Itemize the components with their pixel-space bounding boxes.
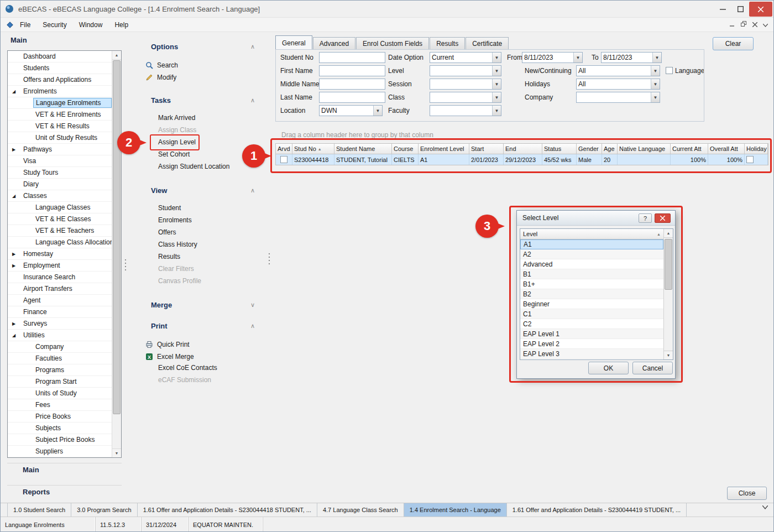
sidebar-item-vet-he-teachers[interactable]: VET & HE Teachers	[8, 225, 112, 237]
sidebar-item-pathways[interactable]: ▶Pathways	[8, 144, 112, 155]
sidebar-item-vet-he-enrolments[interactable]: VET & HE Enrolments	[8, 109, 112, 121]
dialog-close-button[interactable]	[655, 213, 671, 223]
sidebar-item-enrolments[interactable]: ◢Enrolments	[8, 86, 112, 97]
middle-name-input[interactable]	[319, 79, 385, 90]
column-header-gender[interactable]: Gender	[577, 144, 602, 154]
tab-certificate[interactable]: Certificate	[466, 37, 509, 50]
chevron-down-icon[interactable]: ▼	[651, 92, 660, 102]
column-header-start[interactable]: Start	[469, 144, 504, 154]
maximize-button[interactable]	[731, 2, 749, 17]
date-to-select[interactable]: 8/11/2023▼	[601, 52, 662, 63]
column-header-end[interactable]: End	[504, 144, 542, 154]
session-select[interactable]: ▼	[430, 79, 501, 90]
column-header-current-att[interactable]: Current Att	[671, 144, 708, 154]
task-offers[interactable]: Offers	[158, 228, 176, 238]
level-option-c2[interactable]: C2	[520, 319, 663, 329]
dialog-help-button[interactable]: ?	[639, 213, 652, 223]
chevron-down-icon[interactable]: ▼	[651, 79, 660, 89]
sidebar-item-faculties[interactable]: Faculties	[8, 353, 112, 364]
sidebar-group-reports[interactable]: Reports	[7, 485, 122, 498]
level-option-c1[interactable]: C1	[520, 309, 663, 319]
chevron-down-icon[interactable]: ▼	[373, 106, 382, 116]
section-header-print[interactable]: Print∧	[129, 322, 270, 333]
mdi-restore-icon[interactable]	[741, 21, 747, 29]
sidebar-splitter[interactable]	[124, 258, 127, 272]
sidebar-group-main[interactable]: Main	[7, 463, 122, 476]
scroll-up-icon[interactable]: ▲	[112, 51, 121, 60]
holidays-select[interactable]: All▼	[576, 79, 660, 90]
ok-button[interactable]: OK	[588, 362, 629, 374]
sidebar-item-visa[interactable]: Visa	[8, 155, 112, 167]
bottom-tab-1-0-student-search[interactable]: 1.0 Student Search	[7, 503, 71, 517]
tab-advanced[interactable]: Advanced	[313, 37, 355, 50]
scroll-down-icon[interactable]: ▼	[112, 448, 121, 457]
column-header-course[interactable]: Course	[392, 144, 419, 154]
faculty-select[interactable]: ▼	[430, 105, 501, 116]
location-select[interactable]: DWN▼	[319, 105, 383, 116]
task-search[interactable]: Search	[145, 60, 178, 70]
mdi-menu-chevron-icon[interactable]	[763, 21, 768, 29]
class-select[interactable]: ▼	[430, 92, 501, 103]
task-excel-merge[interactable]: XExcel Merge	[145, 352, 194, 362]
level-option-advanced[interactable]: Advanced	[520, 259, 663, 269]
sidebar-item-price-books[interactable]: Price Books	[8, 411, 112, 423]
date-option-select[interactable]: Current▼	[430, 52, 501, 63]
task-student[interactable]: Student	[158, 204, 181, 214]
sidebar-item-company[interactable]: Company	[8, 341, 112, 353]
tab-results[interactable]: Results	[430, 37, 465, 50]
chevron-up-icon[interactable]: ∧	[250, 43, 255, 50]
chevron-down-icon[interactable]: ▼	[492, 79, 501, 89]
sidebar-item-classes[interactable]: ◢Classes	[8, 190, 112, 202]
level-list-scrollbar[interactable]: ▲ ▼	[663, 229, 673, 359]
task-mark-arrived[interactable]: Mark Arrived	[158, 114, 195, 124]
column-header-native-language[interactable]: Native Language	[618, 144, 671, 154]
scroll-up-icon[interactable]: ▲	[664, 229, 673, 238]
chevron-down-icon[interactable]: ▼	[492, 92, 501, 102]
level-select[interactable]: ▼	[430, 65, 501, 76]
column-header-age[interactable]: Age	[602, 144, 618, 154]
section-header-merge[interactable]: Merge∨	[129, 301, 270, 312]
task-assign-student-location[interactable]: Assign Student Location	[158, 163, 229, 173]
sidebar-item-airport-transfers[interactable]: Airport Transfers	[8, 283, 112, 295]
level-option-b1[interactable]: B1+	[520, 279, 663, 289]
bottom-tab-3-0-program-search[interactable]: 3.0 Program Search	[71, 503, 137, 517]
sidebar-item-language-classes[interactable]: Language Classes	[8, 202, 112, 213]
level-option-eap-level-2[interactable]: EAP Level 2	[520, 339, 663, 349]
chevron-up-icon[interactable]: ∧	[250, 187, 255, 194]
scrollbar-thumb[interactable]	[665, 239, 672, 290]
sidebar-item-vet-he-results[interactable]: VET & HE Results	[8, 121, 112, 132]
sidebar-item-unit-of-study-results[interactable]: Unit of Study Results	[8, 132, 112, 144]
first-name-input[interactable]	[319, 65, 385, 76]
grid-row[interactable]: S230044418STUDENT, TutorialCIELTSA12/01/…	[276, 154, 768, 165]
bottom-tab-1-61-offer-and-application-details-s2300[interactable]: 1.61 Offer and Application Details - S23…	[507, 503, 687, 517]
sidebar-item-finance[interactable]: Finance	[8, 306, 112, 318]
sidebar-item-agent[interactable]: Agent	[8, 295, 112, 306]
dialog-title-bar[interactable]: Select Level ?	[517, 211, 675, 226]
sidebar-item-language-class-allocation[interactable]: Language Class Allocation	[8, 237, 112, 248]
column-header-holiday[interactable]: Holiday	[745, 144, 768, 154]
sidebar-item-insurance-search[interactable]: Insurance Search	[8, 272, 112, 283]
sidebar-item-employment[interactable]: ▶Employment	[8, 260, 112, 272]
section-header-view[interactable]: View∧	[129, 186, 270, 197]
level-option-eap-level-3[interactable]: EAP Level 3	[520, 349, 663, 359]
level-option-a1[interactable]: A1	[520, 239, 663, 249]
tab-enrol-custom-fields[interactable]: Enrol Custom Fields	[356, 37, 429, 50]
sidebar-item-diary[interactable]: Diary	[8, 179, 112, 190]
new-continuing-select[interactable]: All▼	[576, 65, 660, 76]
chevron-down-icon[interactable]: ▼	[652, 53, 661, 62]
checkbox[interactable]	[280, 156, 287, 163]
chevron-up-icon[interactable]: ∧	[250, 97, 255, 104]
chevron-down-icon[interactable]: ∨	[250, 301, 255, 309]
menu-window[interactable]: Window	[73, 19, 109, 31]
level-option-beginner[interactable]: Beginner	[520, 299, 663, 309]
sidebar-item-subject-price-books[interactable]: Subject Price Books	[8, 434, 112, 446]
clear-button[interactable]: Clear	[713, 37, 754, 50]
company-select[interactable]: ▼	[576, 92, 660, 103]
sidebar-item-suppliers[interactable]: Suppliers	[8, 446, 112, 457]
close-window-button[interactable]	[749, 2, 772, 17]
task-excel-coe-contacts[interactable]: Excel CoE Contacts	[158, 364, 217, 374]
mdi-minimize-icon[interactable]	[730, 21, 735, 29]
sidebar-item-students[interactable]: Students	[8, 62, 112, 74]
last-name-input[interactable]	[319, 92, 385, 103]
tab-overflow-chevron-icon[interactable]	[762, 505, 768, 509]
